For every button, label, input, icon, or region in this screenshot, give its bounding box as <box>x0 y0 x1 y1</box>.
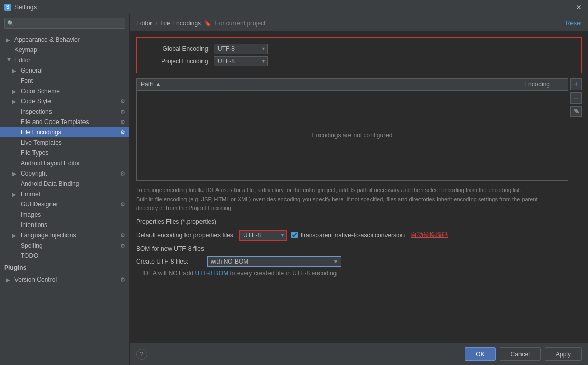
sidebar-item-file-types[interactable]: ▶ File Types <box>0 148 129 158</box>
sidebar-item-appearance[interactable]: ▶ Appearance & Behavior <box>0 34 129 45</box>
bom-section: BOM for new UTF-8 files Create UTF-8 fil… <box>136 245 582 277</box>
help-button[interactable]: ? <box>136 349 147 360</box>
footer: ? OK Cancel Apply <box>130 342 588 365</box>
sidebar-item-version-control[interactable]: ▶ Version Control ⚙ <box>0 274 129 285</box>
sidebar-item-android-layout-editor[interactable]: ▶ Android Layout Editor <box>0 158 129 168</box>
sidebar-item-label: File Encodings <box>21 129 61 136</box>
settings-icon: ⚙ <box>120 242 125 249</box>
cancel-button[interactable]: Cancel <box>500 347 541 361</box>
edit-button[interactable]: ✎ <box>570 106 582 117</box>
add-button[interactable]: + <box>570 78 582 90</box>
table-empty-message: Encodings are not configured <box>137 91 568 180</box>
bom-section-title: BOM for new UTF-8 files <box>136 245 582 252</box>
content-header: Editor › File Encodings 🔖 For current pr… <box>130 14 588 32</box>
properties-encoding-select[interactable]: UTF-8 ISO-8859-1 <box>239 230 287 241</box>
sidebar-item-file-code-templates[interactable]: ▶ File and Code Templates ⚙ <box>0 117 129 127</box>
global-encoding-select[interactable]: UTF-8 ISO-8859-1 windows-1252 <box>214 44 268 54</box>
sidebar-item-label: Copyright <box>21 170 47 177</box>
sidebar-item-file-encodings[interactable]: ▶ File Encodings ⚙ <box>0 127 129 137</box>
app-icon: S <box>4 4 11 11</box>
sidebar-item-label: Appearance & Behavior <box>14 36 80 43</box>
project-encoding-row: Project Encoding: UTF-8 ISO-8859-1 windo… <box>143 56 575 66</box>
search-wrapper: 🔍 <box>4 18 125 29</box>
footer-buttons: OK Cancel Apply <box>465 347 582 361</box>
project-encoding-select[interactable]: UTF-8 ISO-8859-1 windows-1252 <box>214 56 268 66</box>
sidebar-item-general[interactable]: ▶ General <box>0 65 129 76</box>
arrow-icon: ▶ <box>12 68 19 74</box>
sidebar-item-gui-designer[interactable]: ▶ GUI Designer ⚙ <box>0 199 129 210</box>
sidebar-item-todo[interactable]: ▶ TODO <box>0 251 129 261</box>
sidebar-item-font[interactable]: ▶ Font <box>0 76 129 86</box>
title-bar: S Settings ✕ <box>0 0 588 14</box>
sidebar-item-label: File and Code Templates <box>21 118 89 126</box>
path-header: Path ▲ <box>137 79 506 90</box>
arrow-icon: ▶ <box>7 57 12 63</box>
sidebar-item-label: File Types <box>21 149 48 157</box>
settings-icon: ⚙ <box>120 119 125 126</box>
sidebar-item-label: Version Control <box>14 276 57 283</box>
properties-row: Default encoding for properties files: U… <box>136 230 582 241</box>
bom-select[interactable]: with NO BOM with BOM <box>207 256 341 267</box>
sidebar-item-copyright[interactable]: ▶ Copyright ⚙ <box>0 168 129 179</box>
bom-note-text: IDEA will NOT add <box>142 270 195 277</box>
encodings-table: Path ▲ Encoding Encodings are not config… <box>136 78 568 181</box>
properties-section: Properties Files (*.properties) Default … <box>136 218 582 241</box>
ok-button[interactable]: OK <box>465 347 495 361</box>
breadcrumb-file-encodings: File Encodings <box>160 20 201 27</box>
create-utf8-label: Create UTF-8 files: <box>136 258 203 265</box>
content-area: Editor › File Encodings 🔖 For current pr… <box>130 14 588 365</box>
main-container: 🔍 ▶ Appearance & Behavior ▶ Keymap ▶ Edi… <box>0 14 588 365</box>
for-project-text: For current project <box>215 20 265 27</box>
arrow-icon: ▶ <box>12 99 19 105</box>
arrow-icon: ▶ <box>12 233 19 238</box>
breadcrumb-separator: › <box>155 20 157 27</box>
window-title: Settings <box>14 4 37 11</box>
transparent-conversion-checkbox-label[interactable]: Transparent native-to-ascii conversion <box>291 232 405 239</box>
settings-icon: ⚙ <box>120 232 125 239</box>
path-header-label: Path <box>141 81 154 88</box>
sidebar-item-android-data-binding[interactable]: ▶ Android Data Binding <box>0 179 129 189</box>
sidebar-item-label: Android Data Binding <box>21 180 79 187</box>
arrow-icon: ▶ <box>12 89 19 94</box>
sidebar-item-keymap[interactable]: ▶ Keymap <box>0 45 129 55</box>
sidebar-item-language-injections[interactable]: ▶ Language Injections ⚙ <box>0 230 129 240</box>
info-line-3: directory or from the Project Encoding. <box>136 204 582 213</box>
content-body: Global Encoding: UTF-8 ISO-8859-1 window… <box>130 32 588 342</box>
apply-button[interactable]: Apply <box>545 347 582 361</box>
global-encoding-label: Global Encoding: <box>143 45 210 53</box>
utf8-bom-link[interactable]: UTF-8 BOM <box>195 270 228 277</box>
sidebar-item-color-scheme[interactable]: ▶ Color Scheme <box>0 86 129 96</box>
info-line-1: To change encoding IntelliJ IDEA uses fo… <box>136 186 582 195</box>
search-input[interactable] <box>4 18 125 29</box>
project-encoding-label: Project Encoding: <box>143 58 210 65</box>
sidebar-item-code-style[interactable]: ▶ Code Style ⚙ <box>0 96 129 107</box>
search-box: 🔍 <box>0 14 129 32</box>
properties-encoding-select-wrapper: UTF-8 ISO-8859-1 <box>239 230 287 241</box>
sidebar-item-editor[interactable]: ▶ Editor <box>0 55 129 65</box>
sidebar-item-intentions[interactable]: ▶ Intentions <box>0 220 129 230</box>
breadcrumb-editor: Editor <box>136 20 152 27</box>
chinese-note: 自动转换编码 <box>411 231 448 239</box>
sidebar-item-emmet[interactable]: ▶ Emmet <box>0 189 129 199</box>
transparent-conversion-checkbox[interactable] <box>291 232 298 238</box>
sort-icon: ▲ <box>155 81 161 88</box>
for-project-icon: 🔖 <box>204 20 211 26</box>
for-project-label: 🔖 For current project <box>204 20 265 27</box>
settings-icon: ⚙ <box>120 98 125 105</box>
sidebar-item-images[interactable]: ▶ Images <box>0 210 129 220</box>
encoding-header: Encoding <box>506 79 568 90</box>
sidebar-item-inspections[interactable]: ▶ Inspections ⚙ <box>0 107 129 117</box>
remove-button[interactable]: − <box>570 92 582 104</box>
sidebar-item-label: Android Layout Editor <box>21 160 80 167</box>
sidebar-item-spelling[interactable]: ▶ Spelling ⚙ <box>0 240 129 251</box>
sidebar-item-live-templates[interactable]: ▶ Live Templates <box>0 137 129 148</box>
table-side-actions: + − ✎ <box>570 78 582 118</box>
sidebar-item-label: Code Style <box>21 98 51 105</box>
close-button[interactable]: ✕ <box>574 2 584 12</box>
sidebar-item-label: Color Scheme <box>21 88 60 95</box>
bom-note: IDEA will NOT add UTF-8 BOM to every cre… <box>142 270 576 277</box>
sidebar-item-label: Editor <box>14 57 30 64</box>
footer-left: ? <box>136 349 147 360</box>
table-container-with-actions: Path ▲ Encoding Encodings are not config… <box>136 78 582 181</box>
reset-button[interactable]: Reset <box>566 20 582 27</box>
